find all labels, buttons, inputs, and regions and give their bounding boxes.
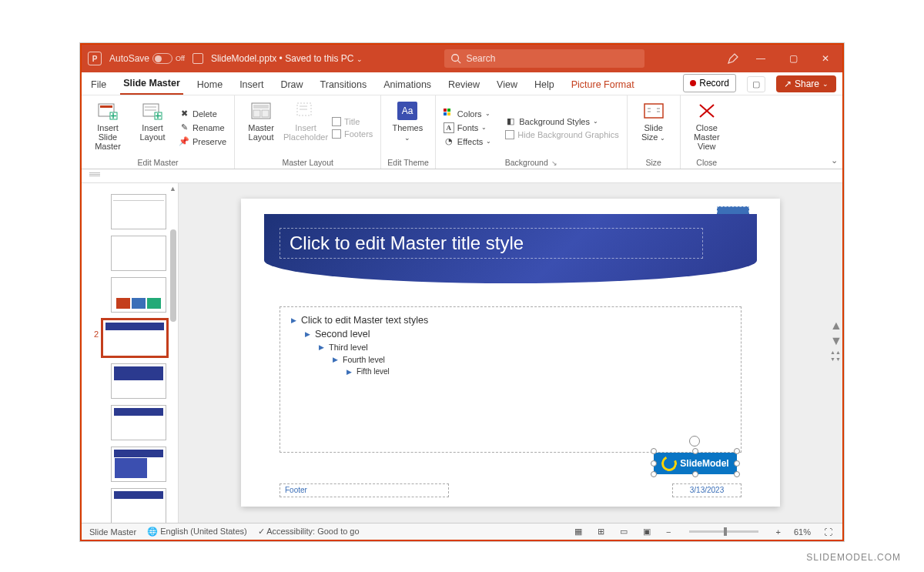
layout-thumbnail[interactable] xyxy=(111,405,166,440)
titlebar: P AutoSave Off SlideModel.pptx • Saved t… xyxy=(82,45,842,72)
tab-animations[interactable]: Animations xyxy=(380,75,434,95)
fit-to-window-button[interactable]: ⛶ xyxy=(822,527,835,537)
canvas-scroll-controls[interactable]: ▲▼▲▲▼▼ xyxy=(830,319,839,362)
save-icon[interactable] xyxy=(192,53,203,64)
body-placeholder[interactable]: ▶Click to edit Master text styles ▶Secon… xyxy=(280,306,742,453)
svg-text:Aa: Aa xyxy=(402,105,413,116)
selection-handle[interactable] xyxy=(692,471,698,477)
search-input[interactable]: Search xyxy=(444,49,644,68)
selection-handle[interactable] xyxy=(734,460,740,467)
status-bar: Slide Master 🌐 English (United States) ✓… xyxy=(82,523,842,540)
qat-handle-icon[interactable] xyxy=(89,172,100,180)
preserve-button[interactable]: 📌Preserve xyxy=(177,135,228,148)
selection-handle[interactable] xyxy=(651,471,657,477)
selection-handle[interactable] xyxy=(734,471,740,477)
background-styles-button[interactable]: ◧Background Styles ⌄ xyxy=(504,115,620,128)
pen-icon[interactable] xyxy=(727,52,739,65)
insert-layout-button[interactable]: Insert Layout xyxy=(132,99,172,156)
ribbon-group-background: Colors ⌄ AFonts ⌄ ◔Effects ⌄ ◧Background… xyxy=(436,95,628,169)
svg-rect-12 xyxy=(262,110,269,117)
selection-handle[interactable] xyxy=(651,448,657,454)
fonts-button[interactable]: AFonts ⌄ xyxy=(442,122,493,134)
accessibility-button[interactable]: ✓ Accessibility: Good to go xyxy=(258,527,360,537)
title-placeholder[interactable]: Click to edit Master title style xyxy=(280,228,703,259)
effects-button[interactable]: ◔Effects ⌄ xyxy=(442,135,493,148)
layout-thumbnail[interactable] xyxy=(111,194,166,229)
delete-button[interactable]: ✖Delete xyxy=(177,108,228,120)
share-button[interactable]: ↗Share⌄ xyxy=(776,75,836,92)
delete-icon: ✖ xyxy=(179,109,189,119)
layout-thumbnail[interactable] xyxy=(111,488,166,523)
layout-thumbnail[interactable] xyxy=(111,447,166,482)
tab-slide-master[interactable]: Slide Master xyxy=(120,73,183,95)
svg-rect-19 xyxy=(447,109,450,112)
footer-placeholder[interactable]: Footer xyxy=(280,483,449,497)
document-title[interactable]: SlideModel.pptx • Saved to this PC ⌄ xyxy=(211,53,363,64)
layout-thumbnail[interactable] xyxy=(111,363,166,399)
autosave-toggle[interactable]: AutoSave Off xyxy=(109,53,185,64)
tab-transitions[interactable]: Transitions xyxy=(317,75,370,95)
layout-thumbnail[interactable] xyxy=(111,236,166,271)
slide-size-button[interactable]: Slide Size ⌄ xyxy=(634,99,674,156)
language-button[interactable]: 🌐 English (United States) xyxy=(147,527,247,537)
ribbon-group-edit-master: Insert Slide Master Insert Layout ✖Delet… xyxy=(82,95,235,169)
fonts-icon: A xyxy=(444,122,454,133)
powerpoint-window: P AutoSave Off SlideModel.pptx • Saved t… xyxy=(80,43,844,541)
selection-handle[interactable] xyxy=(651,460,657,467)
sorter-view-button[interactable]: ⊞ xyxy=(595,527,607,537)
tab-view[interactable]: View xyxy=(494,75,521,95)
slideshow-view-button[interactable]: ▣ xyxy=(641,527,653,537)
colors-button[interactable]: Colors ⌄ xyxy=(442,108,493,120)
minimize-button[interactable]: — xyxy=(750,53,772,64)
zoom-in-button[interactable]: + xyxy=(774,527,783,537)
insert-slide-master-button[interactable]: Insert Slide Master xyxy=(88,99,128,156)
background-dialog-launcher[interactable]: ↘ xyxy=(551,159,557,167)
zoom-slider[interactable] xyxy=(689,530,758,533)
colors-icon xyxy=(444,109,454,119)
svg-rect-22 xyxy=(644,104,663,118)
svg-line-1 xyxy=(458,61,461,64)
thumbnail-pane[interactable]: ▲ 2 xyxy=(82,183,179,523)
rotation-handle[interactable] xyxy=(689,436,700,447)
title-checkbox[interactable]: Title xyxy=(330,116,374,127)
tab-home[interactable]: Home xyxy=(194,75,226,95)
slide-master: ‹#› Click to edit Master title style ▶Cl… xyxy=(241,199,780,507)
svg-point-0 xyxy=(452,55,459,62)
tab-picture-format[interactable]: Picture Format xyxy=(568,75,638,95)
zoom-out-button[interactable]: − xyxy=(664,527,673,537)
slide-canvas[interactable]: ‹#› Click to edit Master title style ▶Cl… xyxy=(179,183,842,523)
svg-rect-20 xyxy=(444,112,447,115)
effects-icon: ◔ xyxy=(444,136,454,147)
tab-review[interactable]: Review xyxy=(445,75,483,95)
rename-button[interactable]: ✎Rename xyxy=(177,122,228,134)
reading-view-button[interactable]: ▭ xyxy=(618,527,630,537)
rename-icon: ✎ xyxy=(179,122,189,133)
layout-thumbnail[interactable] xyxy=(111,277,166,313)
master-thumbnail-selected[interactable] xyxy=(102,319,168,357)
tab-help[interactable]: Help xyxy=(531,75,557,95)
close-master-view-button[interactable]: Close Master View xyxy=(687,99,727,156)
hide-bg-checkbox[interactable]: Hide Background Graphics xyxy=(504,129,620,140)
footers-checkbox[interactable]: Footers xyxy=(330,129,374,139)
tab-draw[interactable]: Draw xyxy=(277,75,306,95)
master-layout-button[interactable]: Master Layout xyxy=(241,99,281,156)
maximize-button[interactable]: ▢ xyxy=(782,53,804,64)
tab-insert[interactable]: Insert xyxy=(236,75,266,95)
ribbon-tabs: File Slide Master Home Insert Draw Trans… xyxy=(82,72,842,95)
selection-handle[interactable] xyxy=(734,448,740,454)
selection-handle[interactable] xyxy=(692,448,698,454)
normal-view-button[interactable]: ▦ xyxy=(572,527,584,537)
ribbon-collapse-button[interactable]: ⌄ xyxy=(831,156,838,166)
scroll-up-icon[interactable]: ▲ xyxy=(169,185,176,192)
close-button[interactable]: ✕ xyxy=(815,53,836,64)
app-icon: P xyxy=(88,52,102,65)
insert-placeholder-button[interactable]: Insert Placeholder xyxy=(286,99,326,156)
record-button[interactable]: Record xyxy=(683,74,736,92)
date-placeholder[interactable]: 3/13/2023 xyxy=(672,483,742,497)
thumbnail-scrollbar[interactable] xyxy=(170,229,176,322)
tab-file[interactable]: File xyxy=(88,75,109,95)
present-button[interactable]: ▢ xyxy=(747,76,765,92)
ribbon: Insert Slide Master Insert Layout ✖Delet… xyxy=(82,95,842,169)
themes-button[interactable]: Aa Themes⌄ xyxy=(387,99,427,156)
autosave-label: AutoSave xyxy=(109,53,149,64)
